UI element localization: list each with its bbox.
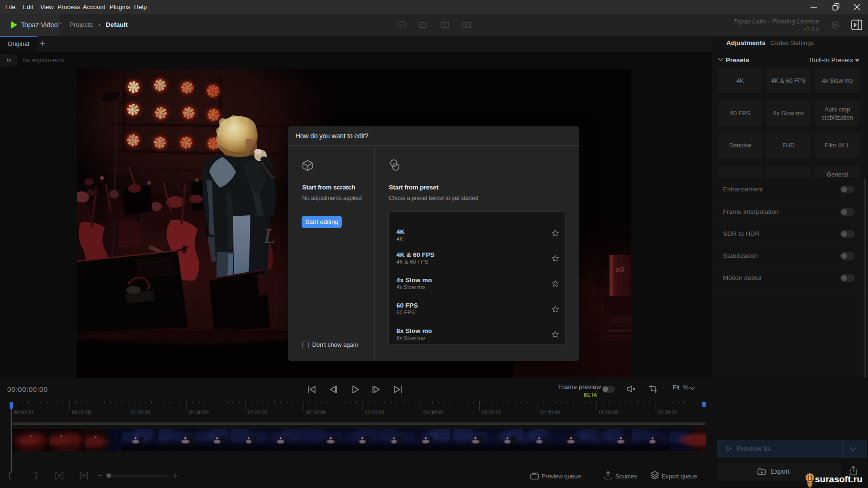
svg-text:L: L: [263, 224, 275, 248]
svg-text:00:30:00: 00:30:00: [72, 410, 91, 415]
svg-text:05:30:00: 05:30:00: [657, 410, 677, 415]
svg-text:05:00:00: 05:00:00: [599, 410, 619, 415]
svg-text:01:30:00: 01:30:00: [189, 410, 209, 415]
svg-text:04:30:00: 04:30:00: [541, 410, 560, 415]
svg-text:03:00:00: 03:00:00: [365, 410, 384, 415]
svg-text:01:00:00: 01:00:00: [131, 410, 150, 415]
svg-text:00:00:00: 00:00:00: [13, 410, 33, 415]
svg-text:04:00:00: 04:00:00: [482, 410, 501, 415]
svg-text:02:30:00: 02:30:00: [306, 410, 326, 415]
svg-text:sG: sG: [615, 265, 625, 273]
svg-text:02:00:00: 02:00:00: [248, 410, 267, 415]
svg-text:03:30:00: 03:30:00: [423, 410, 443, 415]
